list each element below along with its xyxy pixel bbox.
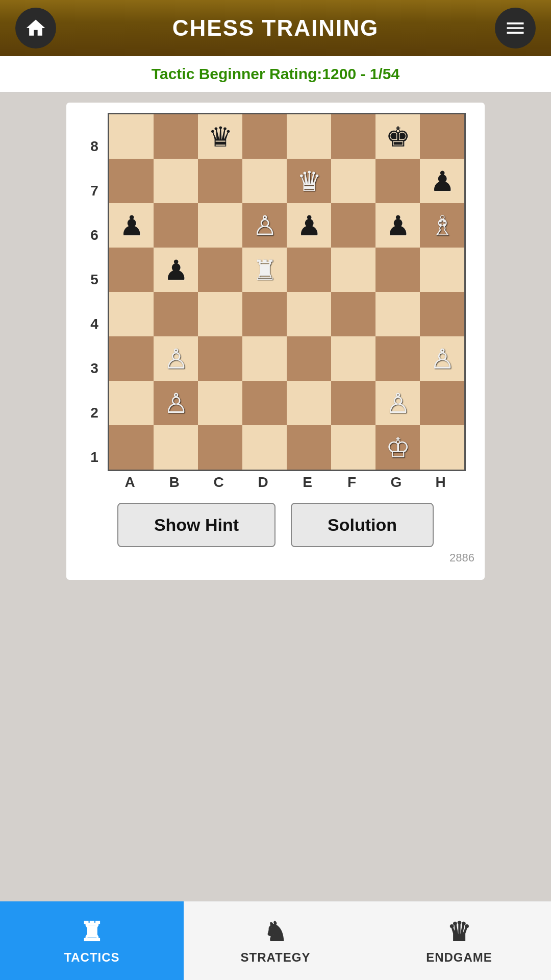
strategy-label: STRATEGY xyxy=(241,950,311,965)
cell-f3[interactable] xyxy=(331,336,375,381)
cell-c5[interactable] xyxy=(198,248,242,292)
bottom-nav: ♜ TACTICS ♞ STRATEGY ♛ ENDGAME xyxy=(0,901,551,980)
cell-g8[interactable]: ♚ xyxy=(375,114,420,159)
piece-d5: ♜ xyxy=(253,256,277,284)
menu-button[interactable] xyxy=(495,8,536,48)
cell-c6[interactable] xyxy=(198,203,242,248)
cell-b3[interactable]: ♙ xyxy=(154,336,198,381)
tactic-rating-label: Tactic Beginner Rating:1200 - 1/54 xyxy=(152,65,399,82)
cell-e1[interactable] xyxy=(287,425,331,470)
cell-h1[interactable] xyxy=(420,425,464,470)
cell-g5[interactable] xyxy=(375,248,420,292)
rank-7: 7 xyxy=(85,168,104,213)
cell-g6[interactable]: ♟ xyxy=(375,203,420,248)
endgame-icon: ♛ xyxy=(447,917,471,947)
piece-h7: ♟ xyxy=(430,167,455,195)
cell-f2[interactable] xyxy=(331,381,375,425)
cell-a7[interactable] xyxy=(109,159,154,203)
cell-h6[interactable]: ♗ xyxy=(420,203,464,248)
cell-d7[interactable] xyxy=(242,159,287,203)
cell-g1[interactable]: ♔ xyxy=(375,425,420,470)
nav-endgame[interactable]: ♛ ENDGAME xyxy=(367,901,551,980)
cell-f5[interactable] xyxy=(331,248,375,292)
cell-h2[interactable] xyxy=(420,381,464,425)
cell-d6[interactable]: ♙ xyxy=(242,203,287,248)
main-content: 8 7 6 5 4 3 2 1 xyxy=(0,92,551,980)
board-wrapper: 8 7 6 5 4 3 2 1 xyxy=(85,113,466,491)
piece-a6: ♟ xyxy=(119,212,144,239)
cell-b1[interactable] xyxy=(154,425,198,470)
cell-b2[interactable]: ♙ xyxy=(154,381,198,425)
cell-e6[interactable]: ♟ xyxy=(287,203,331,248)
nav-tactics[interactable]: ♜ TACTICS xyxy=(0,901,184,980)
cell-c2[interactable] xyxy=(198,381,242,425)
cell-d8[interactable] xyxy=(242,114,287,159)
nav-strategy[interactable]: ♞ STRATEGY xyxy=(184,901,367,980)
board-and-files: ♛♚♛♟♟♙♟♟♗♟♜♙♙♙♙♔ A B C D E F G H xyxy=(108,113,466,491)
piece-g6: ♟ xyxy=(386,212,410,239)
cell-c8[interactable]: ♛ xyxy=(198,114,242,159)
cell-c1[interactable] xyxy=(198,425,242,470)
cell-e4[interactable] xyxy=(287,292,331,336)
file-c: C xyxy=(196,474,241,491)
cell-a2[interactable] xyxy=(109,381,154,425)
cell-a5[interactable] xyxy=(109,248,154,292)
cell-f7[interactable] xyxy=(331,159,375,203)
cell-h4[interactable] xyxy=(420,292,464,336)
cell-a8[interactable] xyxy=(109,114,154,159)
cell-d2[interactable] xyxy=(242,381,287,425)
cell-f6[interactable] xyxy=(331,203,375,248)
chess-board[interactable]: ♛♚♛♟♟♙♟♟♗♟♜♙♙♙♙♔ xyxy=(108,113,466,471)
cell-b7[interactable] xyxy=(154,159,198,203)
cell-d5[interactable]: ♜ xyxy=(242,248,287,292)
cell-a1[interactable] xyxy=(109,425,154,470)
cell-a4[interactable] xyxy=(109,292,154,336)
cell-a6[interactable]: ♟ xyxy=(109,203,154,248)
cell-h7[interactable]: ♟ xyxy=(420,159,464,203)
file-b: B xyxy=(152,474,196,491)
rank-5: 5 xyxy=(85,257,104,302)
cell-e7[interactable]: ♛ xyxy=(287,159,331,203)
cell-f1[interactable] xyxy=(331,425,375,470)
rank-1: 1 xyxy=(85,435,104,479)
cell-c3[interactable] xyxy=(198,336,242,381)
cell-d3[interactable] xyxy=(242,336,287,381)
rank-3: 3 xyxy=(85,346,104,390)
cell-g3[interactable] xyxy=(375,336,420,381)
cell-h5[interactable] xyxy=(420,248,464,292)
cell-b5[interactable]: ♟ xyxy=(154,248,198,292)
piece-g2: ♙ xyxy=(386,389,410,417)
piece-c8: ♛ xyxy=(208,123,233,151)
cell-g2[interactable]: ♙ xyxy=(375,381,420,425)
rank-6: 6 xyxy=(85,213,104,257)
button-row: Show Hint Solution xyxy=(117,503,434,547)
solution-button[interactable]: Solution xyxy=(291,503,434,547)
endgame-label: ENDGAME xyxy=(426,950,492,965)
strategy-icon: ♞ xyxy=(263,917,288,947)
cell-d4[interactable] xyxy=(242,292,287,336)
cell-c7[interactable] xyxy=(198,159,242,203)
cell-b8[interactable] xyxy=(154,114,198,159)
show-hint-button[interactable]: Show Hint xyxy=(117,503,276,547)
cell-b4[interactable] xyxy=(154,292,198,336)
cell-e3[interactable] xyxy=(287,336,331,381)
cell-b6[interactable] xyxy=(154,203,198,248)
home-button[interactable] xyxy=(15,8,56,48)
cell-e8[interactable] xyxy=(287,114,331,159)
cell-g7[interactable] xyxy=(375,159,420,203)
cell-d1[interactable] xyxy=(242,425,287,470)
cell-h3[interactable]: ♙ xyxy=(420,336,464,381)
piece-d6: ♙ xyxy=(253,212,277,239)
puzzle-id: 2886 xyxy=(449,551,474,565)
cell-e5[interactable] xyxy=(287,248,331,292)
cell-c4[interactable] xyxy=(198,292,242,336)
rank-4: 4 xyxy=(85,302,104,346)
cell-f4[interactable] xyxy=(331,292,375,336)
cell-e2[interactable] xyxy=(287,381,331,425)
cell-g4[interactable] xyxy=(375,292,420,336)
cell-h8[interactable] xyxy=(420,114,464,159)
cell-a3[interactable] xyxy=(109,336,154,381)
cell-f8[interactable] xyxy=(331,114,375,159)
piece-h6: ♗ xyxy=(430,212,455,239)
piece-b5: ♟ xyxy=(164,256,188,284)
